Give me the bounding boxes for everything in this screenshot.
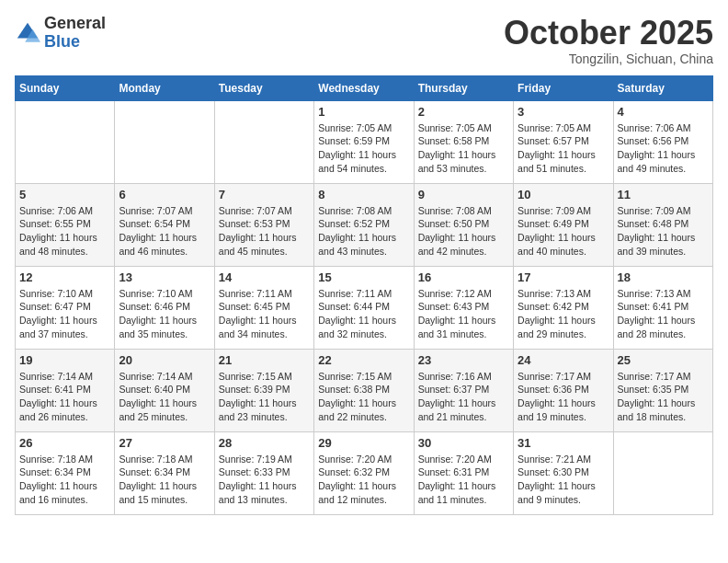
day-info: Sunrise: 7:18 AMSunset: 6:34 PMDaylight:…: [19, 453, 110, 507]
day-info: Sunrise: 7:15 AMSunset: 6:38 PMDaylight:…: [318, 370, 409, 424]
day-number: 4: [618, 105, 709, 119]
day-number: 19: [19, 353, 110, 367]
month-title: October 2025: [504, 15, 713, 52]
calendar-week-row: 26Sunrise: 7:18 AMSunset: 6:34 PMDayligh…: [16, 431, 713, 514]
day-info: Sunrise: 7:08 AMSunset: 6:52 PMDaylight:…: [318, 204, 409, 259]
calendar-cell: [214, 100, 313, 183]
day-number: 20: [119, 353, 210, 367]
weekday-header: Wednesday: [314, 75, 414, 100]
calendar-cell: 4Sunrise: 7:06 AMSunset: 6:56 PMDaylight…: [613, 100, 712, 183]
day-number: 13: [119, 270, 210, 284]
day-number: 8: [318, 188, 409, 201]
day-number: 17: [518, 270, 609, 284]
day-number: 16: [418, 270, 509, 284]
day-number: 7: [219, 188, 310, 201]
calendar-cell: 9Sunrise: 7:08 AMSunset: 6:50 PMDaylight…: [414, 183, 513, 266]
calendar-cell: 11Sunrise: 7:09 AMSunset: 6:48 PMDayligh…: [613, 183, 712, 266]
day-number: 30: [418, 436, 509, 450]
page-header: General Blue October 2025 Tongzilin, Sic…: [15, 15, 713, 66]
day-info: Sunrise: 7:05 AMSunset: 6:59 PMDaylight:…: [318, 121, 409, 176]
calendar-cell: 16Sunrise: 7:12 AMSunset: 6:43 PMDayligh…: [414, 266, 513, 349]
calendar-cell: 17Sunrise: 7:13 AMSunset: 6:42 PMDayligh…: [514, 266, 613, 349]
calendar-week-row: 19Sunrise: 7:14 AMSunset: 6:41 PMDayligh…: [16, 349, 713, 431]
day-info: Sunrise: 7:17 AMSunset: 6:35 PMDaylight:…: [618, 370, 709, 424]
calendar-cell: 21Sunrise: 7:15 AMSunset: 6:39 PMDayligh…: [214, 349, 313, 431]
calendar-cell: 22Sunrise: 7:15 AMSunset: 6:38 PMDayligh…: [314, 349, 414, 431]
day-number: 27: [119, 436, 210, 450]
day-number: 31: [518, 436, 609, 450]
calendar-cell: [16, 100, 115, 183]
day-info: Sunrise: 7:09 AMSunset: 6:48 PMDaylight:…: [618, 204, 709, 259]
day-number: 26: [19, 436, 110, 450]
title-block: October 2025 Tongzilin, Sichuan, China: [504, 15, 713, 66]
calendar-cell: 1Sunrise: 7:05 AMSunset: 6:59 PMDaylight…: [314, 100, 414, 183]
weekday-header: Sunday: [16, 75, 115, 100]
location: Tongzilin, Sichuan, China: [504, 52, 713, 66]
day-number: 5: [19, 188, 110, 201]
day-info: Sunrise: 7:16 AMSunset: 6:37 PMDaylight:…: [418, 370, 509, 424]
calendar-cell: 3Sunrise: 7:05 AMSunset: 6:57 PMDaylight…: [514, 100, 613, 183]
calendar-cell: 30Sunrise: 7:20 AMSunset: 6:31 PMDayligh…: [414, 431, 513, 514]
calendar-cell: 25Sunrise: 7:17 AMSunset: 6:35 PMDayligh…: [613, 349, 712, 431]
day-number: 3: [518, 105, 609, 119]
day-info: Sunrise: 7:21 AMSunset: 6:30 PMDaylight:…: [518, 453, 609, 507]
day-info: Sunrise: 7:09 AMSunset: 6:49 PMDaylight:…: [518, 204, 609, 259]
calendar-week-row: 1Sunrise: 7:05 AMSunset: 6:59 PMDaylight…: [16, 100, 713, 183]
calendar-week-row: 12Sunrise: 7:10 AMSunset: 6:47 PMDayligh…: [16, 266, 713, 349]
weekday-header: Friday: [514, 75, 613, 100]
calendar-cell: 5Sunrise: 7:06 AMSunset: 6:55 PMDaylight…: [16, 183, 115, 266]
day-info: Sunrise: 7:10 AMSunset: 6:46 PMDaylight:…: [119, 287, 210, 341]
day-number: 18: [618, 270, 709, 284]
day-number: 6: [119, 188, 210, 201]
calendar-cell: 26Sunrise: 7:18 AMSunset: 6:34 PMDayligh…: [16, 431, 115, 514]
calendar-cell: 10Sunrise: 7:09 AMSunset: 6:49 PMDayligh…: [514, 183, 613, 266]
day-info: Sunrise: 7:19 AMSunset: 6:33 PMDaylight:…: [219, 453, 310, 507]
calendar-cell: 27Sunrise: 7:18 AMSunset: 6:34 PMDayligh…: [115, 431, 214, 514]
calendar-cell: 24Sunrise: 7:17 AMSunset: 6:36 PMDayligh…: [514, 349, 613, 431]
day-number: 28: [219, 436, 310, 450]
weekday-header-row: SundayMondayTuesdayWednesdayThursdayFrid…: [16, 75, 713, 100]
day-info: Sunrise: 7:08 AMSunset: 6:50 PMDaylight:…: [418, 204, 509, 259]
day-info: Sunrise: 7:20 AMSunset: 6:32 PMDaylight:…: [318, 453, 409, 507]
calendar-cell: 23Sunrise: 7:16 AMSunset: 6:37 PMDayligh…: [414, 349, 513, 431]
calendar-cell: 31Sunrise: 7:21 AMSunset: 6:30 PMDayligh…: [514, 431, 613, 514]
day-info: Sunrise: 7:07 AMSunset: 6:54 PMDaylight:…: [119, 204, 210, 259]
calendar-cell: 2Sunrise: 7:05 AMSunset: 6:58 PMDaylight…: [414, 100, 513, 183]
calendar-cell: 19Sunrise: 7:14 AMSunset: 6:41 PMDayligh…: [16, 349, 115, 431]
day-info: Sunrise: 7:15 AMSunset: 6:39 PMDaylight:…: [219, 370, 310, 424]
day-info: Sunrise: 7:05 AMSunset: 6:58 PMDaylight:…: [418, 121, 509, 176]
weekday-header: Tuesday: [214, 75, 313, 100]
day-number: 1: [318, 105, 409, 119]
day-info: Sunrise: 7:14 AMSunset: 6:41 PMDaylight:…: [19, 370, 110, 424]
logo-text: General Blue: [44, 15, 106, 52]
calendar-cell: 18Sunrise: 7:13 AMSunset: 6:41 PMDayligh…: [613, 266, 712, 349]
calendar-cell: 20Sunrise: 7:14 AMSunset: 6:40 PMDayligh…: [115, 349, 214, 431]
day-info: Sunrise: 7:11 AMSunset: 6:44 PMDaylight:…: [318, 287, 409, 341]
logo: General Blue: [15, 15, 106, 52]
day-number: 12: [19, 270, 110, 284]
logo-blue: Blue: [44, 33, 106, 52]
day-info: Sunrise: 7:05 AMSunset: 6:57 PMDaylight:…: [518, 121, 609, 176]
day-info: Sunrise: 7:11 AMSunset: 6:45 PMDaylight:…: [219, 287, 310, 341]
day-number: 22: [318, 353, 409, 367]
day-info: Sunrise: 7:12 AMSunset: 6:43 PMDaylight:…: [418, 287, 509, 341]
day-number: 25: [618, 353, 709, 367]
day-number: 21: [219, 353, 310, 367]
logo-general: General: [44, 15, 106, 33]
calendar-cell: [115, 100, 214, 183]
calendar-cell: 13Sunrise: 7:10 AMSunset: 6:46 PMDayligh…: [115, 266, 214, 349]
day-number: 9: [418, 188, 509, 201]
weekday-header: Saturday: [613, 75, 712, 100]
day-number: 23: [418, 353, 509, 367]
day-number: 15: [318, 270, 409, 284]
day-info: Sunrise: 7:18 AMSunset: 6:34 PMDaylight:…: [119, 453, 210, 507]
calendar-cell: 14Sunrise: 7:11 AMSunset: 6:45 PMDayligh…: [214, 266, 313, 349]
day-number: 14: [219, 270, 310, 284]
day-info: Sunrise: 7:10 AMSunset: 6:47 PMDaylight:…: [19, 287, 110, 341]
day-info: Sunrise: 7:17 AMSunset: 6:36 PMDaylight:…: [518, 370, 609, 424]
calendar-cell: 8Sunrise: 7:08 AMSunset: 6:52 PMDaylight…: [314, 183, 414, 266]
day-info: Sunrise: 7:07 AMSunset: 6:53 PMDaylight:…: [219, 204, 310, 259]
weekday-header: Monday: [115, 75, 214, 100]
day-info: Sunrise: 7:13 AMSunset: 6:41 PMDaylight:…: [618, 287, 709, 341]
day-info: Sunrise: 7:06 AMSunset: 6:55 PMDaylight:…: [19, 204, 110, 259]
